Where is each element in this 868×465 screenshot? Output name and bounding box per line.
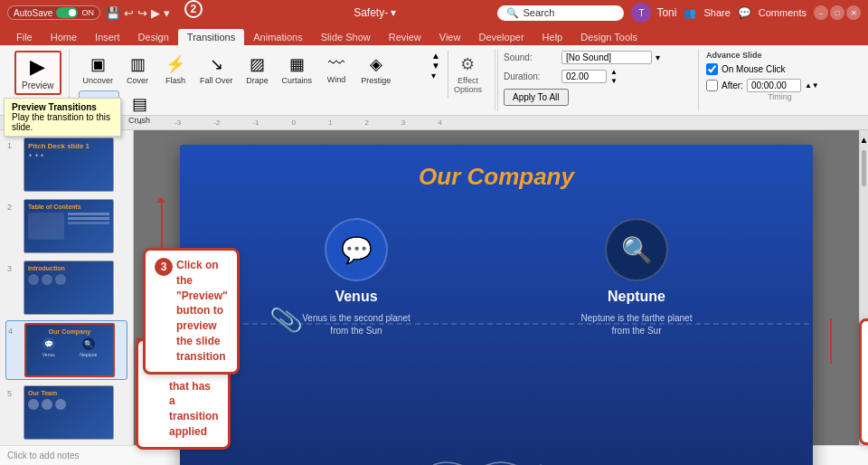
scroll-down-icon[interactable]: ▼ xyxy=(431,61,440,71)
tab-animations[interactable]: Animations xyxy=(244,29,311,45)
transition-fall-over[interactable]: ↘ Fall Over xyxy=(195,51,238,89)
timing-label: Timing xyxy=(706,92,854,101)
search-box[interactable]: 🔍 Search xyxy=(497,5,624,21)
share-icon: 👥 xyxy=(684,7,696,19)
effect-options-icon: ⚙ xyxy=(460,54,475,74)
sound-label: Sound: xyxy=(504,52,558,62)
neptune-circle: 🔍 xyxy=(605,218,668,281)
duration-input[interactable]: 02.00 xyxy=(561,70,607,83)
share-label[interactable]: Share xyxy=(703,7,730,18)
file-name: Safety- xyxy=(354,6,388,19)
transition-flash[interactable]: ⚡ Flash xyxy=(157,51,193,89)
tab-transitions[interactable]: Transitions xyxy=(178,29,244,45)
autosave-toggle[interactable] xyxy=(56,7,78,18)
duration-spin-up[interactable]: ▲▼ xyxy=(610,68,618,85)
sound-input[interactable]: [No Sound] xyxy=(561,51,652,64)
tab-file[interactable]: File xyxy=(7,29,42,45)
ribbon-group-transitions: ▣ Uncover ▥ Cover ⚡ Flash ↘ Fall Over ▨ xyxy=(71,49,495,111)
venus-circle: 💬 xyxy=(325,218,388,281)
after-label: After: xyxy=(722,81,743,90)
search-icon: 🔍 xyxy=(506,7,519,19)
ribbon-right-panel: Sound: [No Sound] ▾ Duration: 02.00 ▲▼ A… xyxy=(497,49,696,111)
comments-label[interactable]: Comments xyxy=(759,7,807,18)
undo-icon[interactable]: ↩ xyxy=(124,6,134,20)
slide-num-2: 2 xyxy=(7,203,20,212)
tab-view[interactable]: View xyxy=(430,29,470,45)
redo-icon[interactable]: ↪ xyxy=(137,6,147,20)
slide-thumb-3[interactable]: 3 Introduction xyxy=(5,259,127,317)
after-input[interactable]: 00:00.00 xyxy=(747,79,801,92)
save-icon[interactable]: 💾 xyxy=(106,6,120,20)
uncover-icon: ▣ xyxy=(90,54,106,74)
prestige-label: Prestige xyxy=(361,76,391,85)
apply-to-all-button[interactable]: Apply To All xyxy=(504,89,569,106)
ann3-arrowhead xyxy=(156,197,165,203)
ann4-arrow xyxy=(830,318,832,364)
transition-crush[interactable]: ▤ Crush xyxy=(121,90,157,130)
transition-cover[interactable]: ▥ Cover xyxy=(119,51,156,89)
slide-thumb-5[interactable]: 5 Our Team xyxy=(5,384,127,441)
present-icon[interactable]: ▶ xyxy=(151,6,160,20)
scroll-more-icon[interactable]: ▾ xyxy=(431,71,440,81)
crush-label: Crush xyxy=(128,116,150,125)
tab-insert[interactable]: Insert xyxy=(86,29,129,45)
transition-curtains[interactable]: ▦ Curtains xyxy=(278,51,317,89)
transition-prestige[interactable]: ◈ Prestige xyxy=(356,51,395,89)
search-placeholder: Search xyxy=(523,7,554,18)
tab-review[interactable]: Review xyxy=(380,29,430,45)
slide-content: Our Company 💬 Venus Venus is the second … xyxy=(180,145,813,465)
wind-label: Wind xyxy=(327,75,346,84)
slide-thumb-2[interactable]: 2 Table of Contents xyxy=(5,197,127,255)
prestige-icon: ◈ xyxy=(370,54,382,74)
title-bar: AutoSave ON 💾 ↩ ↪ ▶ ▾ 2 Safety- ▾ 🔍 Sear… xyxy=(0,0,868,25)
preview-button[interactable]: ▶ Preview xyxy=(14,51,61,95)
scroll-thumb[interactable] xyxy=(862,150,866,186)
transition-uncover[interactable]: ▣ Uncover xyxy=(79,51,118,89)
pin-decoration: 📎 xyxy=(268,303,304,338)
slide-card-venus: 💬 Venus Venus is the second planet from … xyxy=(297,218,415,337)
on-mouse-click-row: On Mouse Click xyxy=(706,63,854,75)
scroll-up-icon[interactable]: ▲ xyxy=(431,51,440,61)
sound-row: Sound: [No Sound] ▾ xyxy=(504,51,691,64)
tab-design-tools[interactable]: Design Tools xyxy=(571,29,646,45)
after-spin[interactable]: ▲▼ xyxy=(805,81,819,90)
more-icon[interactable]: ▾ xyxy=(164,6,170,20)
tab-home[interactable]: Home xyxy=(42,29,86,45)
after-checkbox[interactable] xyxy=(706,80,718,91)
scroll-up-btn[interactable]: ▲ xyxy=(860,130,868,148)
preview-label: Preview xyxy=(22,81,54,90)
slide-canvas: Our Company 💬 Venus Venus is the second … xyxy=(180,145,813,465)
venus-desc: Venus is the second planet from the Sun xyxy=(297,312,415,337)
sound-dropdown-icon[interactable]: ▾ xyxy=(656,52,660,62)
timing-section: Advance Slide On Mouse Click After: 00:0… xyxy=(698,49,861,111)
transition-scroll-controls: ▲ ▼ ▾ xyxy=(428,51,444,81)
fall-over-icon: ↘ xyxy=(210,54,223,74)
maximize-btn[interactable]: □ xyxy=(830,5,844,20)
user-area: T Toni xyxy=(631,3,676,23)
after-row: After: 00:00.00 ▲▼ xyxy=(706,79,854,92)
close-btn[interactable]: ✕ xyxy=(846,5,861,20)
preview-icon: ▶ xyxy=(30,55,45,79)
tab-developer[interactable]: Developer xyxy=(469,29,533,45)
ribbon: ▶ Preview Preview ▣ Uncover ▥ Cover ⚡ Fl… xyxy=(0,45,868,116)
slide-thumb-4[interactable]: 4 Our Company 💬 Venus 🔍 Neptune xyxy=(5,320,127,380)
slide-main-title: Our Company xyxy=(180,145,813,191)
transition-wind[interactable]: 〰 Wind xyxy=(318,51,354,89)
tab-slideshow[interactable]: Slide Show xyxy=(312,29,380,45)
tab-design[interactable]: Design xyxy=(129,29,178,45)
click-label: Click xyxy=(783,35,809,48)
drape-icon: ▨ xyxy=(250,54,265,74)
on-mouse-click-checkbox[interactable] xyxy=(706,63,718,75)
autosave-badge[interactable]: AutoSave ON xyxy=(7,5,100,20)
duration-row: Duration: 02.00 ▲▼ xyxy=(504,68,691,85)
slide-preview-2: Table of Contents xyxy=(24,199,114,253)
transition-drape[interactable]: ▨ Drape xyxy=(240,51,276,89)
tab-help[interactable]: Help xyxy=(533,29,572,45)
curtains-icon: ▦ xyxy=(289,54,305,74)
transition-items: ▣ Uncover ▥ Cover ⚡ Flash ↘ Fall Over ▨ xyxy=(79,51,487,130)
slide-thumb-1[interactable]: 1 Pitch Deck slide 1 ✦ ✦ ✦ xyxy=(5,136,127,194)
effect-options-label: EffectOptions xyxy=(454,76,482,94)
neptune-desc: Neptune is the farthe planet from the Su… xyxy=(578,312,695,337)
cover-icon: ▥ xyxy=(130,54,146,74)
minimize-btn[interactable]: – xyxy=(814,5,828,20)
